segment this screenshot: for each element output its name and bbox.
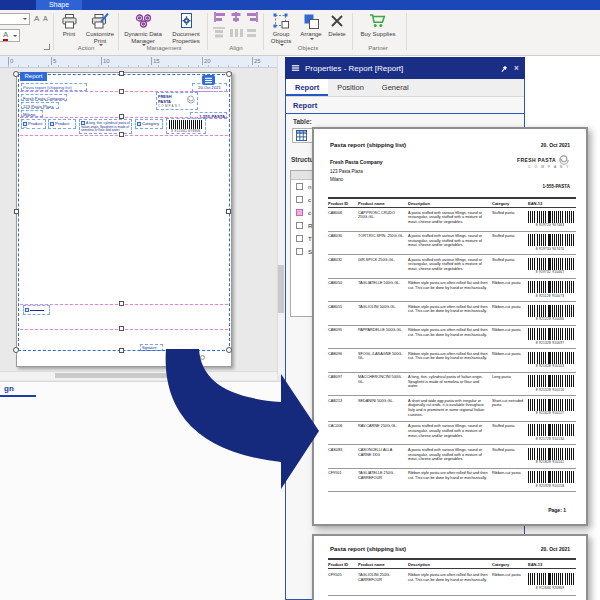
report-band-tag[interactable]: Report — [20, 72, 47, 81]
pin-icon[interactable] — [500, 64, 509, 73]
font-color-button[interactable]: A — [0, 29, 20, 42]
subtab-report[interactable]: Report — [293, 101, 317, 110]
selection-handle[interactable] — [119, 71, 124, 76]
group-separator — [118, 13, 119, 50]
app-menu-corner — [0, 0, 36, 10]
barcode-cell: 8 921528 910110 — [528, 375, 572, 392]
group-separator — [263, 13, 264, 50]
ruler-tick: 20 — [202, 57, 211, 65]
selection-handle[interactable] — [119, 301, 124, 306]
preview-page-1: Pasta report (shipping list) 20. Oct 202… — [312, 127, 588, 526]
chevron-down-icon — [13, 35, 17, 39]
printer-icon — [61, 14, 78, 29]
properties-header[interactable]: Properties - Report [Report] × — [285, 57, 525, 79]
barcode-cell: 8 921628 910127 — [528, 399, 572, 418]
table-row: CAB055 TAGLIOLINI 500G-GL. Ribbon style … — [328, 302, 576, 326]
preview-table-rows: CF9505 TAGLIOLINI 250G-CARREFOUR Ribbon … — [328, 569, 576, 600]
ruler-tick: 15 — [151, 57, 160, 65]
vertical-scrollbar[interactable] — [277, 56, 285, 375]
group-separator — [207, 13, 208, 50]
application-window: Shape A A A Print Customize Print Action… — [0, 0, 600, 600]
table-row: CAB213 SEDANINI 500G-GL. A short and wid… — [328, 396, 576, 422]
checkbox[interactable] — [296, 209, 303, 216]
font-size-combobox[interactable] — [0, 13, 30, 25]
ruler-tick: 0 — [8, 57, 13, 65]
selection-handle[interactable] — [119, 326, 124, 331]
preview-address: 123 Pasta Plaza — [330, 169, 363, 174]
barcode-image — [528, 352, 574, 364]
table-row: CF9501 TAGLIATELLE 250G-CARREFOUR Ribbon… — [328, 469, 576, 493]
group-label-objects: Objects — [266, 45, 350, 51]
table-row: CAB006 CAP.PROSC.CRUDO 250G-GL. A pasta … — [328, 208, 576, 232]
tab-position[interactable]: Position — [328, 79, 373, 96]
barcode-cell: 8 919730 907470 — [528, 234, 572, 251]
tab-general[interactable]: General — [373, 79, 418, 96]
group-objects-label: Group Objects — [266, 31, 296, 44]
tab-shape[interactable]: Shape — [36, 0, 82, 10]
selection-handle[interactable] — [226, 71, 232, 77]
selection-handle[interactable] — [13, 71, 19, 77]
dialog-launcher-icon[interactable] — [44, 44, 50, 50]
barcode-cell: 8 921728 910134 — [528, 424, 572, 441]
tab-design[interactable]: gn — [0, 384, 18, 393]
checkbox[interactable] — [296, 222, 303, 229]
checkbox[interactable] — [296, 248, 303, 255]
barcode-cell: 8 921428 910103 — [528, 352, 572, 369]
selection-handle[interactable] — [119, 114, 124, 119]
buy-supplies-label: Buy Supplies — [356, 31, 400, 38]
preview-table: Product ID Product name Description Cate… — [328, 558, 576, 600]
selection-handle[interactable] — [119, 132, 124, 137]
properties-title: Properties - Report [Report] — [305, 64, 495, 73]
preview-table-header: Product ID Product name Description Cate… — [328, 197, 576, 208]
callout-arrow — [140, 335, 330, 505]
group-label-action: Action — [56, 45, 116, 51]
barcode-image — [528, 211, 574, 223]
checkbox[interactable] — [296, 183, 303, 190]
checkbox[interactable] — [296, 235, 303, 242]
selection-handle[interactable] — [13, 347, 19, 353]
structure-row-label: c — [308, 197, 311, 203]
vertical-scrollbar-thumb[interactable] — [278, 265, 284, 313]
barcode-image — [528, 424, 574, 436]
grow-font-button[interactable]: A — [34, 14, 39, 23]
barcode-cell: 8 921928 910158 — [528, 471, 572, 488]
group-separator — [352, 13, 353, 50]
table-row: CF9506 SFOGL./LASAGNE 250G-CARREFOUR Rib… — [328, 596, 576, 600]
group-label-management: Management — [122, 45, 206, 51]
ruler-tick: 10 — [101, 57, 110, 65]
preview-company: Fresh Pasta Company — [330, 159, 383, 165]
report-selection-outline[interactable] — [18, 74, 230, 351]
barcode-cell: 8 912666 926869 — [528, 573, 572, 590]
preview-date: 20. Oct 2021 — [541, 142, 570, 148]
selection-handle[interactable] — [14, 209, 19, 214]
checkbox[interactable] — [296, 196, 303, 203]
preview-title: Pasta report (shipping list) — [330, 142, 406, 148]
preview-table-rows: CAB006 CAP.PROSC.CRUDO 250G-GL. A pasta … — [328, 208, 576, 492]
tab-report[interactable]: Report — [286, 79, 328, 96]
table-row: CAB030 TORT.RIC.SPIN. 250G-GL. A pasta s… — [328, 232, 576, 256]
table-row: CAB097 MACCHERONCINI 500G-GL. A long, th… — [328, 373, 576, 397]
font-color-glyph: A — [3, 30, 8, 41]
printer-pen-icon — [91, 13, 109, 29]
preview-title: Pasta report (shipping list) — [330, 546, 406, 552]
document-gear-icon — [179, 13, 194, 29]
preview-table: Product ID Product name Description Cate… — [328, 197, 576, 492]
shrink-font-button[interactable]: A — [43, 15, 48, 22]
table-row: CF9505 TAGLIOLINI 250G-CARREFOUR Ribbon … — [328, 569, 576, 596]
selection-handle[interactable] — [119, 348, 124, 353]
align-icons[interactable] — [213, 12, 259, 38]
arrange-icon — [304, 14, 319, 29]
selection-handle[interactable] — [226, 209, 231, 214]
barcode-image — [528, 448, 574, 460]
hamburger-icon[interactable] — [291, 64, 300, 72]
structure-row-label: n — [308, 184, 311, 190]
tab-design-underline — [0, 395, 36, 397]
preview-page-footer: Page: 1 — [548, 507, 566, 513]
selection-handle[interactable] — [119, 89, 124, 94]
close-icon[interactable]: × — [514, 64, 519, 73]
band-menu-button[interactable] — [202, 75, 215, 85]
group-separator — [406, 13, 407, 50]
barcode-cell: 8 921128 910073 — [528, 281, 572, 298]
customize-print-label: Customize Print — [84, 31, 116, 44]
barcode-image — [528, 258, 574, 270]
